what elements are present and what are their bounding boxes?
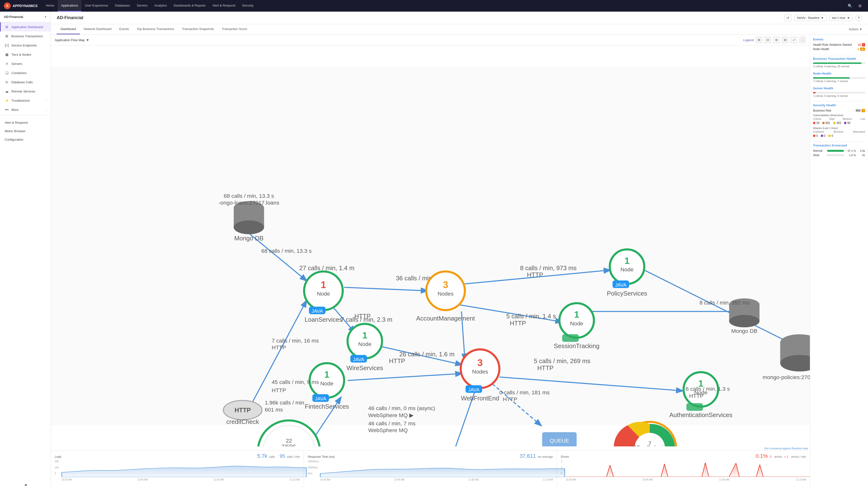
search-button[interactable]: 🔍	[845, 0, 855, 12]
svg-text:Mongo DB: Mongo DB	[234, 235, 264, 241]
service-endpoints-icon: [+]	[5, 43, 9, 47]
legend-button[interactable]: Legend	[743, 38, 754, 42]
tab-events[interactable]: Events	[116, 24, 133, 34]
creditcheck-node[interactable]: HTTP creditCheck	[223, 400, 262, 425]
sidebar-bottom-metric-browser[interactable]: Metric Browser	[0, 127, 51, 135]
sidebar-item-tiers-nodes[interactable]: ▦Tiers & Nodes	[0, 50, 51, 59]
svg-text:JAVA: JAVA	[315, 396, 327, 401]
load-y-0: 0	[55, 472, 59, 475]
svg-text:27 calls / min, 1.4 m: 27 calls / min, 1.4 m	[299, 265, 354, 271]
app-selector[interactable]: AD-Financial ▼	[0, 12, 51, 22]
sidebar-item-remote-services[interactable]: ☁Remote Services	[0, 87, 51, 96]
tab-network-dashboard[interactable]: Network Dashboard	[80, 24, 116, 34]
svg-text:LoanServices: LoanServices	[305, 316, 342, 323]
node-health-row: Node Health 4 ▲	[813, 47, 865, 51]
node-health-sub: 7 critical, 2 warning, 7 normal	[813, 79, 865, 83]
vulnerabilities-label: Vulnerabilities (Real-time)	[813, 114, 865, 117]
sidebar-item-business-transactions[interactable]: ⊞Business Transactions	[0, 31, 51, 41]
svg-text:1: 1	[362, 330, 367, 340]
node-health-section: Node Health 7 critical, 2 warning, 7 nor…	[813, 72, 865, 83]
sidebar-item-troubleshoot[interactable]: ⚡Troubleshoot›	[0, 96, 51, 105]
sidebar-item-database-calls[interactable]: ⊙Database Calls	[0, 77, 51, 87]
sidebar-collapse-button[interactable]: ◀	[0, 481, 51, 489]
nav-item-alert-respond[interactable]: Alert & Respond	[209, 0, 239, 12]
nav-item-databases[interactable]: Databases	[112, 0, 133, 12]
nav-item-servers[interactable]: Servers	[133, 0, 151, 12]
netviz-label: NetViz - Baseline	[797, 16, 819, 20]
svg-text:WireServices: WireServices	[347, 365, 383, 371]
map-ctrl-2[interactable]: ⊡	[764, 37, 771, 43]
refresh-button[interactable]: ↺	[784, 14, 792, 21]
nav-item-home[interactable]: Home	[42, 0, 58, 12]
medium-dot	[833, 122, 836, 124]
error-rate: < 1	[784, 455, 788, 458]
tab-transaction-score[interactable]: Transaction Score	[218, 24, 251, 34]
business-risk-label: Business Risk	[813, 109, 831, 112]
help-button[interactable]: ?	[856, 14, 862, 21]
tab-dashboard[interactable]: Dashboard	[57, 24, 80, 34]
nav-item-security[interactable]: Security	[239, 0, 257, 12]
sidebar-item-more[interactable]: •••More›	[0, 105, 51, 114]
vuln-low: 90	[844, 121, 850, 125]
nav-item-user-experience[interactable]: User Experience	[82, 0, 112, 12]
database-calls-label: Database Calls	[11, 80, 47, 84]
nav-item-dashboards-reports[interactable]: Dashboards & Reports	[170, 0, 209, 12]
flow-map-title-btn[interactable]: Application Flow Map ▼	[55, 38, 89, 42]
logo-icon: A	[4, 2, 11, 9]
svg-text:JAVA: JAVA	[615, 282, 627, 288]
flow-map-controls: Legend ⊞ ⊡ ⊕ ⊞ ⤢ ⛶	[743, 37, 806, 43]
node-health-badge: 4 ▲	[857, 47, 865, 51]
sidebar-item-service-endpoints[interactable]: [+]Service Endpoints	[0, 41, 51, 50]
sidebar-item-containers[interactable]: ❑Containers	[0, 68, 51, 77]
time-range-dropdown[interactable]: last 1 hour ▼	[829, 15, 852, 21]
map-ctrl-3[interactable]: ⊕	[773, 37, 780, 43]
tiers-nodes-icon: ▦	[5, 52, 9, 57]
server-health-bar	[813, 92, 865, 93]
map-ctrl-4[interactable]: ⊞	[782, 37, 788, 43]
svg-text:HTTP: HTTP	[510, 320, 526, 327]
sidebar-bottom-alert-respond[interactable]: Alert & Respond	[0, 118, 51, 127]
errors-x-axis: 10:30 AM 10:45 AM 11:00 AM 11:15 AM	[566, 478, 806, 481]
tab-top-business-transactions[interactable]: Top Business Transactions	[133, 24, 178, 34]
map-ctrl-full[interactable]: ⛶	[799, 37, 806, 43]
exploited-count: 0	[816, 134, 818, 137]
svg-text:3: 3	[443, 280, 448, 290]
svg-text:Node: Node	[320, 380, 333, 387]
sc-normal-bar	[827, 150, 844, 152]
baseline-banner[interactable]: Not comparing against Baseline data	[51, 446, 810, 450]
sidebar-bottom-configuration[interactable]: Configuration	[0, 135, 51, 144]
attempted-dot	[828, 135, 831, 137]
app-logo: A APPDYNAMICS	[4, 2, 37, 9]
nav-item-applications[interactable]: Applications	[58, 0, 82, 12]
map-ctrl-1[interactable]: ⊞	[755, 37, 763, 43]
svg-text:QUEUE: QUEUE	[550, 437, 569, 444]
svg-text:Nodes: Nodes	[472, 368, 488, 375]
app-selector-chevron: ▼	[44, 15, 47, 18]
sidebar-item-servers[interactable]: ≡Servers	[0, 59, 51, 68]
health-rule-icon: !	[862, 43, 865, 46]
load-chart-title: Load	[55, 455, 61, 458]
critical-dot	[813, 122, 815, 124]
errors-chart-area: 2 1 0	[561, 460, 806, 480]
processmainframereply-node[interactable]: QUEUE processMainframeReply	[526, 432, 593, 446]
settings-button[interactable]: ⚙	[856, 0, 864, 12]
nav-item-analytics[interactable]: Analytics	[151, 0, 170, 12]
flow-map-canvas[interactable]: 27 calls / min, 1.4 m 36 calls / min 7 c…	[51, 45, 810, 446]
map-ctrl-expand[interactable]: ⤢	[790, 37, 797, 43]
load-value: 5.7k	[257, 453, 268, 459]
svg-text:0 calls / min, 181 ms: 0 calls / min, 181 ms	[499, 389, 550, 396]
netviz-dropdown[interactable]: NetViz - Baseline ▼	[795, 15, 826, 21]
tab-transaction-snapshots[interactable]: Transaction Snapshots	[178, 24, 218, 34]
ad-retail-node[interactable]: 7 TIERS 7 NODES AD-Retail	[614, 422, 676, 446]
actions-label: Actions	[849, 28, 858, 31]
svg-text:68 calls / min, 13.3 s: 68 calls / min, 13.3 s	[261, 248, 312, 254]
actions-button[interactable]: Actions ▼	[849, 28, 862, 31]
scorecard-title: Transaction Scorecard	[813, 143, 865, 147]
load-rate: 95	[280, 453, 285, 459]
sidebar-item-application-dashboard[interactable]: ⊞Application Dashboard	[0, 22, 51, 31]
svg-text:AccountManagement: AccountManagement	[416, 315, 475, 322]
content-header: AD-Financial ↺ NetViz - Baseline ▼ last …	[51, 12, 868, 24]
health-rule-label: Health Rule Violations Started	[813, 43, 852, 46]
svg-text:HTTP: HTTP	[527, 271, 543, 278]
server-health-sub: 1 critical, 0 warning, 0 normal	[813, 94, 865, 97]
